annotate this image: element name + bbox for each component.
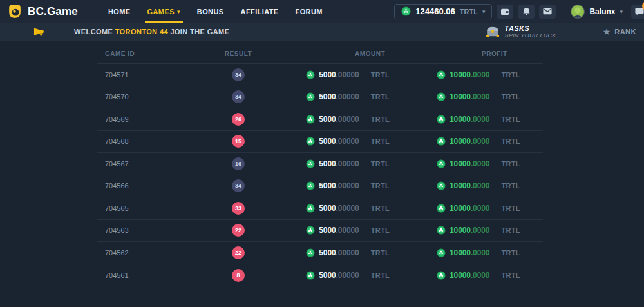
profit-int: 10000	[450, 248, 471, 257]
game-id: 704571	[97, 71, 193, 79]
trtl-coin-icon	[306, 115, 315, 124]
table-row[interactable]: 704566 34 5000.00000 TRTL	[97, 175, 543, 198]
amount-cell: 5000.00000 TRTL	[283, 248, 419, 257]
notifications-button[interactable]	[518, 5, 535, 19]
amount-cell: 5000.00000 TRTL	[283, 92, 419, 101]
profit-dec: .0000	[471, 204, 490, 213]
user-menu[interactable]: Balunx ▾	[571, 5, 623, 19]
balance-selector[interactable]: 124460.06 TRTL ▾	[394, 4, 492, 19]
result-badge: 16	[232, 157, 245, 170]
nav-item-affiliate[interactable]: AFFILIATE	[232, 0, 287, 23]
amount-currency: TRTL	[371, 115, 390, 123]
trtl-coin-icon	[306, 92, 315, 101]
result-cell: 34	[193, 179, 283, 192]
table-row[interactable]: 704561 8 5000.00000 TRTL	[97, 264, 543, 287]
amount-int: 5000	[319, 115, 336, 124]
divider	[563, 6, 564, 17]
nav-item-games[interactable]: GAMES ▾	[139, 0, 189, 23]
welcome-suffix: JOIN THE GAME	[168, 28, 229, 35]
result-cell: 34	[193, 68, 283, 81]
chat-button[interactable]: 10	[631, 5, 644, 19]
welcome-username: TORONTON 44	[115, 28, 168, 35]
amount-int: 5000	[319, 92, 336, 101]
brand[interactable]: BC.Game	[6, 3, 78, 19]
amount-dec: .00000	[336, 115, 359, 124]
balance-currency: TRTL	[460, 8, 478, 15]
amount-cell: 5000.00000 TRTL	[283, 226, 419, 235]
amount-dec: .00000	[336, 92, 359, 101]
wallet-button[interactable]	[497, 5, 513, 19]
profit-currency: TRTL	[501, 182, 520, 190]
main-content: GAME ID RESULT AMOUNT PROFIT 704571 34 5…	[0, 41, 644, 307]
profit-currency: TRTL	[501, 249, 520, 257]
bets-table: GAME ID RESULT AMOUNT PROFIT 704571 34 5…	[97, 45, 543, 286]
table-row[interactable]: 704565 33 5000.00000 TRTL	[97, 197, 543, 220]
profit-cell: 10000.0000 TRTL	[419, 92, 543, 101]
nav-item-forum[interactable]: FORUM	[287, 0, 331, 23]
game-id: 704566	[97, 182, 193, 190]
messages-button[interactable]	[539, 5, 556, 19]
header-amount: AMOUNT	[283, 50, 419, 57]
header-game-id: GAME ID	[97, 50, 193, 57]
amount-int: 5000	[319, 226, 336, 235]
nav-item-bonus[interactable]: BONUS	[189, 0, 232, 23]
table-row[interactable]: 704568 15 5000.00000 TRTL	[97, 131, 543, 154]
game-id: 704562	[97, 249, 193, 257]
chevron-down-icon: ▾	[620, 8, 623, 15]
trtl-coin-icon	[306, 226, 315, 235]
tasks-widget[interactable]: TASKS SPIN YOUR LUCK	[486, 25, 556, 39]
rank-widget[interactable]: ★ RANK	[603, 27, 636, 36]
table-row[interactable]: 704562 22 5000.00000 TRTL	[97, 242, 543, 264]
profit-currency: TRTL	[501, 204, 520, 212]
profit-dec: .0000	[471, 248, 490, 257]
profit-currency: TRTL	[501, 160, 520, 168]
trtl-coin-icon	[306, 204, 315, 213]
profit-cell: 10000.0000 TRTL	[419, 115, 543, 124]
result-cell: 22	[193, 224, 283, 237]
amount-cell: 5000.00000 TRTL	[283, 115, 419, 124]
amount-dec: .00000	[336, 271, 359, 280]
result-cell: 8	[193, 269, 283, 282]
trtl-coin-icon	[437, 92, 446, 101]
nav-item-home[interactable]: HOME	[100, 0, 139, 23]
profit-cell: 10000.0000 TRTL	[419, 271, 543, 280]
profit-int: 10000	[450, 137, 471, 146]
table-row[interactable]: 704571 34 5000.00000 TRTL	[97, 64, 543, 86]
profit-int: 10000	[450, 204, 471, 213]
table-row[interactable]: 704569 26 5000.00000 TRTL	[97, 108, 543, 131]
nav-item-games-label: GAMES	[147, 8, 175, 15]
amount-currency: TRTL	[371, 137, 390, 145]
table-row[interactable]: 704563 22 5000.00000 TRTL	[97, 220, 543, 243]
header-profit: PROFIT	[419, 50, 543, 57]
bell-icon	[522, 7, 531, 15]
profit-cell: 10000.0000 TRTL	[419, 137, 543, 146]
result-badge: 34	[232, 179, 245, 192]
result-badge: 26	[232, 113, 245, 126]
profit-int: 10000	[450, 70, 471, 79]
profit-dec: .0000	[471, 92, 490, 101]
profit-int: 10000	[450, 115, 471, 124]
bc-game-logo-icon	[6, 3, 23, 19]
trtl-coin-icon	[437, 137, 446, 146]
main-menu: HOME GAMES ▾ BONUS AFFILIATE FORUM	[100, 0, 331, 23]
profit-dec: .0000	[471, 271, 490, 280]
amount-currency: TRTL	[371, 272, 390, 279]
table-row[interactable]: 704567 16 5000.00000 TRTL	[97, 153, 543, 175]
profit-dec: .0000	[471, 137, 490, 146]
profit-int: 10000	[450, 271, 471, 280]
amount-int: 5000	[319, 137, 336, 146]
trtl-coin-icon	[437, 248, 446, 257]
result-badge: 34	[232, 68, 245, 81]
trtl-coin-icon	[437, 159, 446, 168]
amount-currency: TRTL	[371, 160, 390, 168]
amount-int: 5000	[319, 204, 336, 213]
amount-cell: 5000.00000 TRTL	[283, 137, 419, 146]
amount-int: 5000	[319, 248, 336, 257]
table-row[interactable]: 704570 34 5000.00000 TRTL	[97, 86, 543, 109]
header-result: RESULT	[193, 50, 283, 57]
profit-int: 10000	[450, 159, 471, 168]
announcement-banner: WELCOME TORONTON 44 JOIN THE GAME TASKS …	[0, 23, 644, 41]
amount-int: 5000	[319, 159, 336, 168]
profit-cell: 10000.0000 TRTL	[419, 159, 543, 168]
profit-currency: TRTL	[501, 115, 520, 123]
